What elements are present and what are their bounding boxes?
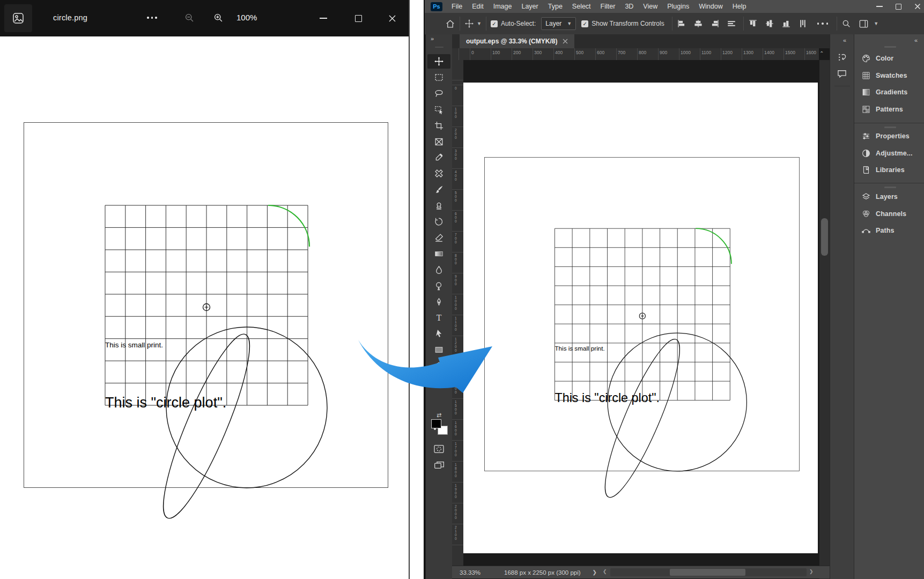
hand-tool[interactable] [427,359,450,373]
v-ruler-label: 4 0 0 [455,170,457,181]
show-transform-checkbox[interactable]: ✓ [581,20,588,27]
menu-item-help[interactable]: Help [728,0,751,13]
chevron-down-icon[interactable]: ▼ [874,21,878,26]
collapse-panels-icon[interactable]: « [914,37,918,43]
panel-group-grip[interactable] [884,187,896,188]
distribute-horizontals-icon[interactable] [727,19,736,28]
scroll-left-icon[interactable]: ❮ [603,569,607,574]
panel-tab-adjustme[interactable]: Adjustme... [854,145,924,161]
minimize-button[interactable] [316,11,331,25]
panel-tab-paths[interactable]: Paths [854,222,924,239]
minimize-icon[interactable] [876,6,883,7]
zoom-tool[interactable] [427,375,450,389]
panel-tab-patterns[interactable]: Patterns [854,101,924,117]
panel-tab-channels[interactable]: Channels [854,206,924,222]
home-icon[interactable] [445,19,455,29]
vertical-scrollbar-thumb[interactable] [821,218,828,256]
history-icon[interactable] [837,52,847,65]
lasso-tool[interactable] [427,86,450,101]
layers-icon [861,192,871,202]
menu-item-type[interactable]: Type [543,0,567,13]
vertical-scrollbar[interactable]: ▼ [819,60,830,579]
horizontal-scrollbar-thumb[interactable] [670,569,745,576]
close-icon[interactable] [914,3,921,10]
scroll-right-icon[interactable]: ❯ [809,569,814,574]
menu-item-image[interactable]: Image [489,0,517,13]
panel-group-grip[interactable] [884,46,896,48]
collapse-panels-icon[interactable]: « [843,37,846,43]
align-top-edges-icon[interactable] [748,19,758,28]
path-selection-tool[interactable] [427,326,450,341]
eyedropper-tool[interactable] [427,150,450,165]
blur-tool[interactable] [427,263,450,277]
close-tab-icon[interactable] [563,39,568,44]
align-left-edges-icon[interactable] [677,19,686,28]
menu-item-view[interactable]: View [638,0,662,13]
gradient-tool[interactable] [427,247,450,261]
menu-item-select[interactable]: Select [567,0,596,13]
screen-mode-icon[interactable] [426,461,452,470]
see-more-icon[interactable] [147,17,157,19]
chevron-right-icon[interactable]: ❯ [593,569,597,575]
status-zoom-level[interactable]: 33.33% [460,569,481,576]
horizontal-scrollbar[interactable] [610,568,807,576]
workspace-icon[interactable] [859,19,869,29]
menu-item-edit[interactable]: Edit [467,0,489,13]
photos-app-button[interactable] [4,4,32,32]
foreground-color-swatch[interactable] [431,419,441,428]
move-tool-preset-icon[interactable] [464,19,474,28]
frame-tool[interactable] [427,135,450,149]
panel-tab-gradients[interactable]: Gradients [854,84,924,100]
auto-select-target-dropdown[interactable]: Layer ▼ [541,17,576,30]
align-vertical-centers-icon[interactable] [765,19,774,28]
maximize-button[interactable] [351,11,366,25]
comments-icon[interactable] [837,69,847,81]
marquee-tool[interactable] [427,70,450,85]
panel-group-separator [854,123,924,123]
type-tool[interactable]: T [427,310,450,325]
chevron-down-icon: ▼ [567,21,572,26]
align-horizontal-centers-icon[interactable] [693,19,703,28]
close-button[interactable] [385,11,400,25]
toolbar-grip[interactable] [435,47,443,48]
quick-mask-icon[interactable] [426,444,452,454]
eraser-tool[interactable] [427,231,450,245]
panel-tab-swatches[interactable]: Swatches [854,68,924,84]
v-ruler-label: 1 8 0 0 [455,463,457,478]
maximize-icon[interactable] [896,4,901,10]
menu-item-plugins[interactable]: Plugins [662,0,694,13]
panel-tab-libraries[interactable]: Libraries [854,162,924,178]
chevron-down-icon[interactable]: ▼ [477,21,482,26]
move-tool[interactable] [427,54,450,69]
chevron-up-icon[interactable]: ⌃ [819,50,824,56]
object-selection-tool[interactable] [427,102,450,117]
history-brush-tool[interactable] [427,214,450,229]
auto-select-checkbox[interactable]: ✓ [491,20,498,27]
swap-colors-icon[interactable]: ⇄ [426,410,452,420]
more-options-icon[interactable] [817,23,829,25]
clone-stamp-tool[interactable] [427,198,450,213]
menu-item-layer[interactable]: Layer [516,0,543,13]
menu-item-window[interactable]: Window [694,0,727,13]
rectangle-tool[interactable] [427,343,450,357]
pen-tool[interactable] [427,295,450,309]
align-right-edges-icon[interactable] [710,19,720,28]
search-icon[interactable] [841,19,851,28]
dodge-tool[interactable] [427,279,450,293]
panel-tab-color[interactable]: Color [854,50,924,66]
document-tab[interactable]: output.eps @ 33.3% (CMYK/8) [460,34,574,48]
expand-toolbar-icon[interactable]: » [431,35,434,42]
zoom-out-button[interactable] [182,11,196,25]
panel-tab-properties[interactable]: Properties [854,128,924,144]
document-canvas[interactable] [463,60,819,579]
menu-item-filter[interactable]: Filter [596,0,620,13]
zoom-in-button[interactable] [211,11,225,25]
crop-tool[interactable] [427,118,450,133]
menu-item-file[interactable]: File [447,0,467,13]
align-bottom-edges-icon[interactable] [781,19,791,28]
brush-tool[interactable] [427,182,450,197]
panel-tab-layers[interactable]: Layers [854,189,924,205]
healing-brush-tool[interactable] [427,166,450,181]
menu-item-3d[interactable]: 3D [620,0,638,13]
distribute-verticals-icon[interactable] [798,19,808,28]
